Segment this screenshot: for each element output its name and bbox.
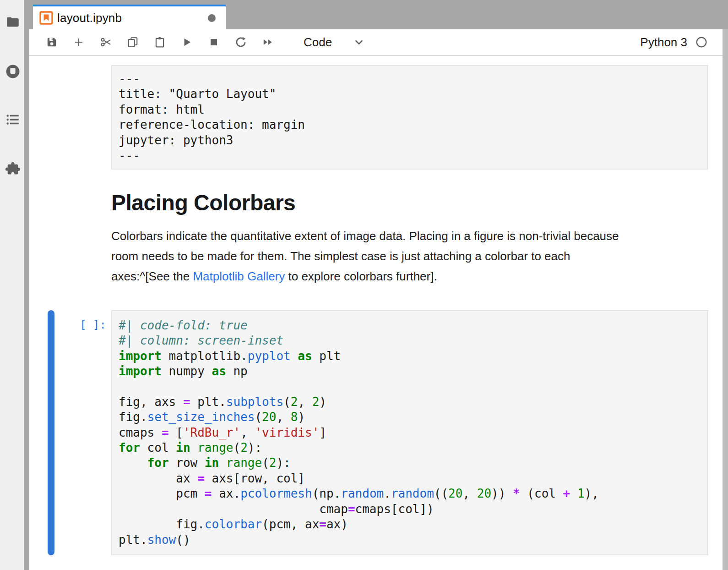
yaml-editor[interactable]: ---title: "Quarto Layout"format: htmlref…	[111, 65, 708, 170]
restart-kernel-button[interactable]	[235, 36, 247, 48]
save-button[interactable]	[46, 36, 58, 48]
notebook-panel: ---title: "Quarto Layout"format: htmlref…	[29, 57, 723, 570]
matplotlib-gallery-link[interactable]: Matplotlib Gallery	[193, 269, 285, 283]
paste-cells-button[interactable]	[154, 36, 166, 48]
code-line: pcm = ax.pcolormesh(np.random.random((20…	[119, 486, 701, 501]
paste-icon	[154, 36, 166, 48]
insert-cell-button[interactable]	[73, 36, 85, 48]
code-line: fig.set_size_inches(20, 8)	[119, 410, 701, 425]
sidebar-divider	[24, 0, 29, 570]
copy-cells-button[interactable]	[127, 36, 139, 48]
dock-tab-bar: layout.ipynb	[29, 0, 728, 29]
code-line: for col in range(2):	[119, 440, 701, 455]
kernel-status-indicator[interactable]	[695, 36, 707, 48]
stop-circle-icon	[5, 64, 21, 79]
heading-placing-colorbars: Placing Colorbars	[111, 192, 723, 214]
code-line: cmap=cmaps[col])	[119, 502, 701, 517]
markdown-paragraph: Colorbars indicate the quantitative exte…	[111, 226, 711, 286]
puzzle-icon	[5, 161, 21, 176]
notebook-toolbar: Code Python 3	[29, 29, 723, 56]
code-line: cmaps = ['RdBu_r', 'viridis']	[119, 425, 701, 440]
paragraph-line-1: Colorbars indicate the quantitative exte…	[111, 229, 619, 243]
yaml-line: ---	[119, 71, 701, 87]
sidebar-item-toc[interactable]	[5, 112, 21, 127]
chevron-down-icon	[353, 36, 365, 48]
code-line: for row in range(2):	[119, 455, 701, 471]
window-right-edge	[723, 0, 728, 570]
code-line: plt.show()	[119, 532, 701, 548]
toolbar-left-group: Code	[46, 35, 365, 49]
sidebar-item-extensions[interactable]	[5, 161, 21, 176]
folder-icon	[5, 14, 21, 30]
yaml-line: title: "Quarto Layout"	[119, 87, 701, 102]
toolbar-right-group: Python 3	[640, 35, 707, 49]
code-line: fig.colorbar(pcm, ax=ax)	[119, 517, 701, 532]
cell-type-value: Code	[304, 35, 332, 49]
list-icon	[5, 112, 21, 127]
run-icon	[181, 36, 193, 48]
yaml-line: ---	[119, 148, 701, 163]
sidebar-item-files[interactable]	[5, 14, 21, 30]
notebook-icon	[39, 11, 53, 25]
cell-type-dropdown[interactable]: Code	[304, 35, 365, 49]
paragraph-line-2: room needs to be made for them. The simp…	[111, 249, 570, 263]
paragraph-line-3-after: to explore colorbars further].	[285, 269, 437, 283]
code-line: fig, axs = plt.subplots(2, 2)	[119, 395, 701, 410]
code-editor[interactable]: #| code-fold: true#| column: screen-inse…	[111, 310, 708, 555]
tab-layout-ipynb[interactable]: layout.ipynb	[33, 5, 226, 29]
raw-cell-yaml-frontmatter[interactable]: ---title: "Quarto Layout"format: htmlref…	[111, 65, 723, 170]
save-icon	[46, 36, 58, 48]
input-prompt: [ ]:	[29, 310, 111, 555]
yaml-line: reference-location: margin	[119, 117, 701, 132]
yaml-lines: ---title: "Quarto Layout"format: htmlref…	[119, 71, 701, 163]
code-line: ax = axs[row, col]	[119, 471, 701, 486]
code-line	[119, 379, 701, 394]
restart-run-all-button[interactable]	[262, 36, 274, 48]
code-cell[interactable]: [ ]: #| code-fold: true#| column: screen…	[29, 310, 723, 555]
code-line: import matplotlib.pyplot as plt	[119, 349, 701, 364]
left-activity-bar	[0, 0, 24, 570]
interrupt-kernel-button[interactable]	[208, 36, 220, 48]
active-cell-indicator[interactable]	[48, 310, 54, 555]
code-line: import numpy as np	[119, 364, 701, 379]
code-lines: #| code-fold: true#| column: screen-inse…	[119, 318, 701, 548]
fast-forward-icon	[262, 36, 274, 48]
yaml-line: format: html	[119, 102, 701, 117]
cut-icon	[100, 36, 112, 48]
copy-icon	[127, 36, 139, 48]
paragraph-line-3-before: axes:^[See the	[111, 269, 193, 283]
kernel-name[interactable]: Python 3	[640, 35, 687, 49]
yaml-line: jupyter: python3	[119, 133, 701, 148]
restart-icon	[235, 36, 247, 48]
cut-cells-button[interactable]	[100, 36, 112, 48]
sidebar-item-running[interactable]	[5, 64, 21, 79]
run-cell-button[interactable]	[181, 36, 193, 48]
code-line: #| column: screen-inset	[119, 333, 701, 348]
code-line: #| code-fold: true	[119, 318, 701, 333]
unsaved-changes-indicator[interactable]	[208, 14, 216, 22]
markdown-cell[interactable]: Placing Colorbars Colorbars indicate the…	[29, 192, 723, 286]
plus-icon	[73, 36, 85, 48]
stop-icon	[208, 36, 220, 48]
circle-outline-icon	[695, 42, 707, 49]
tab-title: layout.ipynb	[57, 11, 208, 25]
